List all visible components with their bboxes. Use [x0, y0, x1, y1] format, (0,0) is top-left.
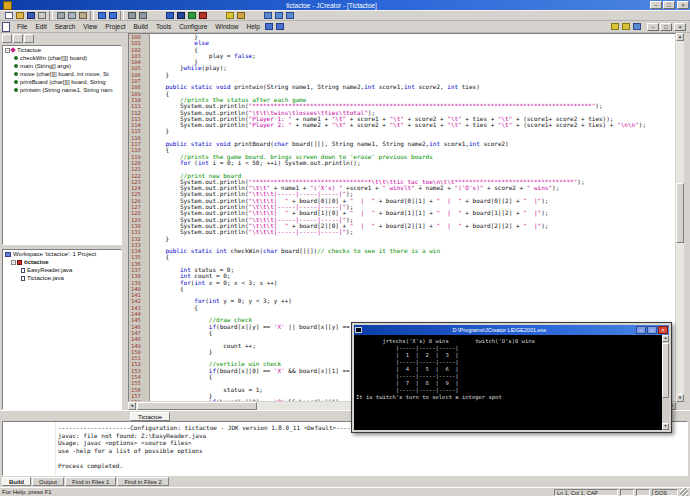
- menu-tools[interactable]: Tools: [152, 22, 175, 31]
- console-title-bar[interactable]: D:\Programs\JCreator LE\GE2001.exe –□×: [354, 325, 669, 335]
- menu-edit[interactable]: Edit: [31, 22, 50, 31]
- console-output[interactable]: jrtechs('X's) 0 wins twitch('O's)0 wins …: [354, 335, 662, 430]
- scroll-thumb[interactable]: [137, 402, 257, 410]
- window-title: tictactoe - JCreator - [Tictactoe]: [14, 1, 649, 10]
- copy-icon[interactable]: [66, 11, 77, 21]
- output-tab-find-in-files-2[interactable]: Find in Files 2: [117, 477, 168, 486]
- console-maximize-button[interactable]: □: [647, 326, 657, 334]
- output-tab-build[interactable]: Build: [2, 477, 31, 486]
- resize-grip-icon[interactable]: [680, 488, 688, 496]
- undo-icon[interactable]: [96, 11, 107, 21]
- mdi-restore-button[interactable]: □: [660, 23, 672, 31]
- fv-sort-button[interactable]: [13, 34, 23, 43]
- scroll-thumb[interactable]: [676, 183, 684, 243]
- print-icon[interactable]: [36, 11, 47, 21]
- fv-refresh-button[interactable]: [2, 34, 12, 43]
- compile-file-icon[interactable]: [164, 11, 175, 21]
- status-segments: Ln 1, Col 1, CAPDOS: [552, 489, 678, 496]
- class-icon: [10, 47, 16, 53]
- console-minimize-button[interactable]: –: [636, 326, 646, 334]
- method-icon: [14, 64, 18, 68]
- tree-item-method[interactable]: checkWin (char[][] board): [3, 54, 121, 62]
- run-project-icon[interactable]: [186, 11, 197, 21]
- code-text: System.out.println("Player 2: " + name2 …: [151, 122, 646, 128]
- stop-build-icon[interactable]: [197, 11, 208, 21]
- console-scroll-down-icon[interactable]: ▼: [662, 423, 669, 430]
- find-icon[interactable]: [126, 11, 137, 21]
- code-text: {: [151, 330, 212, 336]
- editor-forward-icon[interactable]: [275, 22, 286, 32]
- menu-search[interactable]: Search: [51, 22, 80, 31]
- redo-icon[interactable]: [107, 11, 118, 21]
- view-properties-icon[interactable]: [284, 11, 295, 21]
- new-file-icon[interactable]: [3, 11, 14, 21]
- code-text: }: [151, 128, 169, 134]
- mdi-minimize-button[interactable]: –: [647, 23, 659, 31]
- console-scrollbar[interactable]: ▲▼: [662, 335, 669, 430]
- view-output-icon[interactable]: [273, 11, 284, 21]
- menu-build[interactable]: Build: [130, 22, 152, 31]
- console-close-button[interactable]: ×: [658, 326, 668, 334]
- menu-file[interactable]: File: [13, 22, 31, 31]
- about-jcreator-icon[interactable]: [631, 22, 642, 32]
- output-tab-output[interactable]: Output: [32, 477, 64, 486]
- menu-help[interactable]: Help: [242, 22, 263, 31]
- editor-tab-tictactoe[interactable]: Tictactoe: [130, 412, 170, 421]
- code-line: 114 System.out.println("Player 2: " + na…: [129, 122, 675, 128]
- tree-item-project[interactable]: -tictactoe: [3, 258, 121, 266]
- console-window[interactable]: D:\Programs\JCreator LE\GE2001.exe –□× j…: [351, 322, 672, 433]
- scroll-up-icon[interactable]: ▲: [676, 33, 684, 41]
- scroll-left-icon[interactable]: ◄: [128, 402, 136, 410]
- minimize-button[interactable]: –: [650, 1, 662, 9]
- tree-item-file[interactable]: EasyReader.java: [3, 266, 121, 274]
- fv-options-button[interactable]: [24, 34, 34, 43]
- menu-far-icons: [609, 22, 642, 32]
- method-label: move (char[][] board, int move, St: [20, 71, 109, 77]
- context-help-icon[interactable]: [620, 22, 631, 32]
- open-workspace-icon[interactable]: [235, 11, 246, 21]
- console-scroll-thumb[interactable]: [662, 343, 669, 398]
- cut-icon[interactable]: [55, 11, 66, 21]
- menu-window[interactable]: Window: [211, 22, 242, 31]
- help-contents-icon[interactable]: [609, 22, 620, 32]
- build-output-gutter: [3, 422, 56, 475]
- output-tab-find-in-files-1[interactable]: Find in Files 1: [65, 477, 116, 486]
- menu-configure[interactable]: Configure: [175, 22, 211, 31]
- menu-project[interactable]: Project: [101, 22, 129, 31]
- view-filebrowser-icon[interactable]: [262, 11, 273, 21]
- tree-item-method[interactable]: main (String[] args): [3, 62, 121, 70]
- scroll-down-icon[interactable]: ▼: [676, 394, 684, 402]
- editor-back-icon[interactable]: [264, 22, 275, 32]
- console-line: | 4 | 5 | 6 |: [356, 366, 662, 373]
- java-file-icon: [21, 268, 25, 273]
- maximize-button[interactable]: □: [663, 1, 675, 9]
- mdi-window-controls: –□×: [646, 23, 686, 31]
- find-in-files-icon[interactable]: [137, 11, 148, 21]
- tree-root-workspace[interactable]: Workspace 'tictactoe': 1 Project: [3, 250, 121, 258]
- code-text: }: [151, 349, 212, 355]
- build-project-icon[interactable]: [175, 11, 186, 21]
- console-app-icon: [355, 327, 362, 333]
- open-file-icon[interactable]: [14, 11, 25, 21]
- status-segment: [620, 489, 634, 496]
- tree-item-method[interactable]: move (char[][] board, int move, St: [3, 70, 121, 78]
- console-title: D:\Programs\JCreator LE\GE2001.exe: [364, 326, 635, 335]
- workspace-icon: [5, 252, 11, 257]
- class-tree[interactable]: -TictactoecheckWin (char[][] board)main …: [3, 46, 121, 94]
- tree-item-method[interactable]: printwin (String name1, String nam: [3, 86, 121, 94]
- new-project-icon[interactable]: [224, 11, 235, 21]
- console-scroll-up-icon[interactable]: ▲: [662, 335, 669, 342]
- paste-icon[interactable]: [77, 11, 88, 21]
- tree-root-class[interactable]: -Tictactoe: [3, 46, 121, 54]
- tree-item-file[interactable]: Tictactoe.java: [3, 274, 121, 282]
- workspace-panel: Workspace 'tictactoe': 1 Project-tictact…: [2, 249, 122, 410]
- save-icon[interactable]: [25, 11, 36, 21]
- code-text: public static int checkWin(char board[][…: [151, 248, 440, 254]
- editor-vertical-scrollbar[interactable]: ▲▼: [676, 33, 684, 402]
- collapse-icon[interactable]: -: [11, 260, 16, 265]
- menu-view[interactable]: View: [79, 22, 101, 31]
- mdi-close-button[interactable]: ×: [674, 23, 686, 31]
- workspace-tree[interactable]: Workspace 'tictactoe': 1 Project-tictact…: [3, 250, 121, 282]
- tree-item-method[interactable]: printBoard (char[][] board, String: [3, 78, 121, 86]
- close-button[interactable]: ×: [677, 1, 689, 9]
